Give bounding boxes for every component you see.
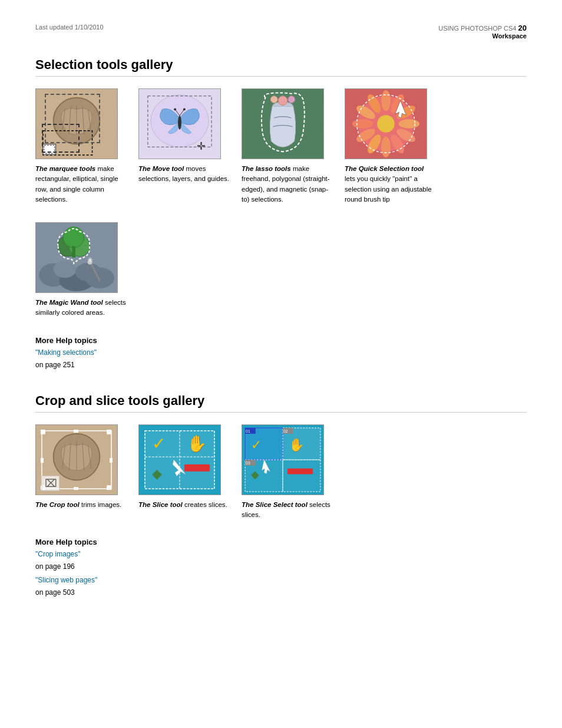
svg-text:✓: ✓ bbox=[152, 434, 166, 453]
magic-wand-tool-image: ✳ bbox=[35, 222, 118, 293]
svg-text:◆: ◆ bbox=[152, 466, 162, 481]
svg-text:◆: ◆ bbox=[251, 469, 259, 480]
page-info: USING PHOTOSHOP CS4 20 Workspace bbox=[438, 24, 527, 39]
marquee-tool-image bbox=[35, 88, 118, 159]
svg-rect-9 bbox=[44, 145, 55, 153]
svg-point-38 bbox=[377, 115, 395, 133]
svg-rect-8 bbox=[43, 144, 56, 154]
lasso-tool-svg bbox=[242, 89, 323, 159]
slice-caption-bold: The Slice tool bbox=[138, 501, 183, 508]
svg-point-23 bbox=[288, 96, 295, 103]
lasso-caption: The lasso tools make freehand, polygonal… bbox=[242, 164, 333, 205]
svg-text:✋: ✋ bbox=[187, 434, 207, 453]
crop-images-link[interactable]: "Crop images" bbox=[35, 550, 527, 558]
magic-wand-caption: The Magic Wand tool selects similarly co… bbox=[35, 298, 127, 318]
svg-point-48 bbox=[63, 227, 84, 248]
crop-images-suffix: on page 196 bbox=[35, 562, 75, 571]
svg-text:✓: ✓ bbox=[251, 437, 262, 452]
selection-more-help: More Help topics "Making selections" on … bbox=[35, 336, 527, 370]
tool-item-lasso: The lasso tools make freehand, polygonal… bbox=[242, 88, 333, 205]
slice-tool-svg: ✓ ✋ ◆ bbox=[139, 425, 220, 495]
slicing-web-pages-suffix: on page 503 bbox=[35, 588, 75, 597]
slice-select-tool-svg: 01 02 03 ✓ ✋ ◆ bbox=[242, 425, 323, 495]
crop-tool-image: ⌧ bbox=[35, 424, 118, 495]
svg-rect-0 bbox=[36, 89, 117, 159]
tool-item-move: ✛ The Move tool moves selections, layers… bbox=[138, 88, 230, 205]
crop-more-help-title: More Help topics bbox=[35, 538, 527, 546]
svg-line-6 bbox=[88, 109, 91, 132]
magic-wand-caption-bold: The Magic Wand tool bbox=[35, 299, 103, 306]
page-number: 20 bbox=[518, 24, 527, 32]
selection-section: Selection tools gallery bbox=[35, 57, 527, 370]
page-header: Last updated 1/10/2010 USING PHOTOSHOP C… bbox=[35, 24, 527, 39]
selection-tool-gallery: The marquee tools make rectangular, elli… bbox=[35, 88, 527, 205]
svg-text:✛: ✛ bbox=[197, 140, 206, 152]
svg-point-35 bbox=[352, 119, 373, 129]
crop-caption: The Crop tool trims images. bbox=[35, 500, 127, 510]
slice-caption-rest: creates slices. bbox=[183, 501, 227, 508]
svg-rect-67 bbox=[110, 458, 113, 463]
slice-select-caption-bold: The Slice Select tool bbox=[242, 501, 308, 508]
move-tool-svg: ✛ bbox=[139, 89, 220, 159]
svg-point-32 bbox=[381, 137, 391, 157]
tool-item-quick-select: The Quick Selection tool lets you quickl… bbox=[345, 88, 436, 205]
marquee-caption-bold: The marquee tools bbox=[35, 165, 95, 172]
svg-point-22 bbox=[270, 96, 277, 103]
selection-more-help-title: More Help topics bbox=[35, 336, 527, 345]
crop-tool-svg: ⌧ bbox=[36, 425, 117, 495]
svg-line-2 bbox=[62, 109, 65, 132]
quick-select-caption-rest: lets you quickly "paint" a selection usi… bbox=[345, 175, 432, 203]
svg-point-26 bbox=[381, 90, 391, 111]
section-name: Workspace bbox=[492, 32, 527, 39]
svg-text:03: 03 bbox=[246, 460, 250, 465]
svg-line-3 bbox=[69, 107, 71, 134]
slice-tool-image: ✓ ✋ ◆ bbox=[138, 424, 221, 495]
svg-text:✋: ✋ bbox=[289, 437, 305, 453]
product-name: USING PHOTOSHOP CS4 bbox=[438, 25, 516, 32]
svg-rect-93 bbox=[287, 468, 313, 474]
move-caption: The Move tool moves selections, layers, … bbox=[138, 164, 230, 185]
marquee-caption: The marquee tools make rectangular, elli… bbox=[35, 164, 127, 205]
making-selections-link[interactable]: "Making selections" bbox=[35, 348, 527, 357]
svg-point-14 bbox=[174, 108, 176, 110]
svg-rect-65 bbox=[74, 487, 78, 490]
svg-rect-60 bbox=[41, 429, 45, 434]
tool-item-magic-wand: ✳ The Magic Wand tool selects similarly … bbox=[35, 222, 127, 318]
crop-tool-gallery: ⌧ The Crop tool trims images. bbox=[35, 424, 527, 521]
svg-rect-49 bbox=[72, 246, 75, 258]
crop-section: Crop and slice tools gallery bbox=[35, 393, 527, 598]
selection-tool-gallery-row2: ✳ The Magic Wand tool selects similarly … bbox=[35, 222, 527, 318]
crop-caption-rest: trims images. bbox=[80, 501, 122, 508]
crop-caption-bold: The Crop tool bbox=[35, 501, 80, 508]
svg-point-21 bbox=[278, 96, 287, 106]
svg-point-1 bbox=[54, 98, 100, 144]
selection-more-help-item: "Making selections" on page 251 bbox=[35, 348, 527, 370]
svg-rect-63 bbox=[107, 485, 111, 490]
svg-point-29 bbox=[399, 119, 419, 129]
slice-select-tool-image: 01 02 03 ✓ ✋ ◆ bbox=[242, 424, 324, 495]
making-selections-suffix: on page 251 bbox=[35, 361, 75, 369]
crop-more-help-item-1: "Crop images" on page 196 bbox=[35, 550, 527, 571]
svg-rect-77 bbox=[184, 464, 210, 471]
quick-select-tool-image bbox=[345, 88, 427, 159]
selection-section-title: Selection tools gallery bbox=[35, 57, 527, 77]
svg-line-5 bbox=[82, 107, 84, 134]
move-tool-image: ✛ bbox=[138, 88, 221, 159]
marquee-tool-svg bbox=[36, 89, 117, 159]
svg-text:✳: ✳ bbox=[87, 256, 93, 264]
svg-point-45 bbox=[75, 263, 101, 281]
crop-section-title: Crop and slice tools gallery bbox=[35, 393, 527, 413]
svg-text:01: 01 bbox=[246, 429, 250, 433]
magic-wand-tool-svg: ✳ bbox=[36, 223, 117, 292]
slice-caption: The Slice tool creates slices. bbox=[138, 500, 230, 510]
svg-point-16 bbox=[183, 108, 186, 110]
quick-select-tool-svg bbox=[345, 89, 427, 159]
tool-item-slice: ✓ ✋ ◆ The Slice tool creates slices. bbox=[138, 424, 230, 521]
svg-point-12 bbox=[178, 116, 181, 130]
lasso-tool-image bbox=[242, 88, 324, 159]
svg-rect-61 bbox=[107, 429, 111, 434]
slicing-web-pages-link[interactable]: "Slicing web pages" bbox=[35, 576, 527, 584]
last-updated: Last updated 1/10/2010 bbox=[35, 24, 104, 31]
svg-rect-64 bbox=[74, 429, 78, 432]
tool-item-slice-select: 01 02 03 ✓ ✋ ◆ The Slic bbox=[242, 424, 333, 521]
